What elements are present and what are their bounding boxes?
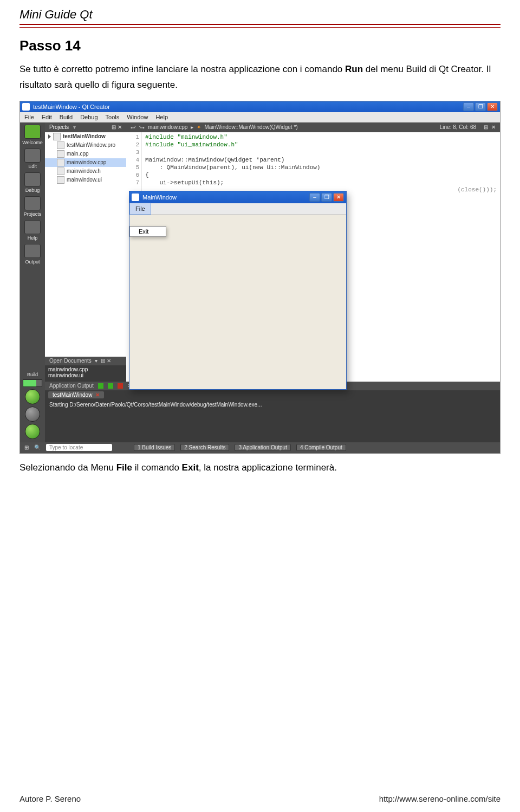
rerun-flag-icon[interactable]	[108, 383, 113, 389]
app-menu-item-exit[interactable]: Exit	[130, 227, 166, 236]
intro-paragraph: Se tutto è corretto potremo infine lanci…	[20, 62, 500, 93]
sidebar-build-block: Build	[22, 372, 43, 442]
editor-split-icon[interactable]: ⊞	[484, 124, 488, 130]
sidebar-edit[interactable]: Edit	[22, 149, 43, 169]
nav-fwd-icon[interactable]: ⮑	[139, 124, 145, 130]
run-button[interactable]	[25, 389, 40, 404]
panel-close-icon[interactable]: ⊞ ✕	[101, 358, 111, 364]
sidebar-debug[interactable]: Debug	[22, 172, 43, 193]
app-maximize-button[interactable]: ❐	[321, 193, 332, 202]
open-doc-item[interactable]: mainwindow.ui	[48, 372, 123, 378]
project-file-label: main.cpp	[67, 151, 89, 157]
run-flag-icon[interactable]	[98, 383, 103, 389]
sidebar-welcome[interactable]: Welcome	[22, 125, 43, 145]
sidebar-projects[interactable]: Projects	[22, 196, 43, 217]
output-icon	[24, 244, 41, 258]
ide-bottom-bar: ⊞ 🔍 Type to locate 1 Build Issues 2 Sear…	[20, 442, 500, 453]
header-rule	[20, 24, 500, 28]
close-icon[interactable]: ✕	[95, 392, 100, 398]
sidebar-build-label: Build	[27, 372, 38, 377]
project-file[interactable]: mainwindow.ui	[45, 176, 126, 184]
project-file-label: mainwindow.cpp	[67, 159, 106, 165]
stop-flag-icon[interactable]	[118, 383, 123, 389]
ide-menu-window[interactable]: Window	[127, 114, 148, 120]
open-documents-label[interactable]: Open Documents	[49, 358, 92, 364]
closing-bold-file: File	[116, 462, 132, 473]
bottom-tab-search-results[interactable]: 2 Search Results	[180, 444, 229, 451]
app-output-text: Starting D:/Sereno/Daten/Paolo/Qt/Corso/…	[45, 399, 500, 410]
wrench-icon: ✦	[197, 124, 201, 130]
editor-close-icon[interactable]: ✕	[491, 124, 496, 130]
ide-menu-edit[interactable]: Edit	[42, 114, 52, 120]
sidebar-label: Help	[28, 235, 38, 241]
open-doc-item[interactable]: mainwindow.cpp	[48, 366, 123, 372]
bottom-tab-compile-output[interactable]: 4 Compile Output	[296, 444, 346, 451]
file-icon	[57, 159, 64, 166]
file-icon	[57, 141, 64, 149]
editor-header: ⮐ ⮑ mainwindow.cpp ▸ ✦ MainWindow::MainW…	[126, 123, 500, 132]
closing-text-e: , la nostra applicazione terminerà.	[199, 462, 337, 473]
ide-menu-build[interactable]: Build	[60, 114, 73, 120]
chevron-down-icon[interactable]: ▾	[73, 124, 76, 130]
code-fragment-right: (close()));	[457, 186, 497, 193]
sidebar-label: Edit	[28, 164, 37, 169]
ide-close-button[interactable]: ✕	[487, 102, 498, 111]
doc-header-title: Mini Guide Qt	[20, 8, 500, 24]
project-file-label: mainwindow.ui	[67, 177, 102, 183]
app-client-area	[129, 215, 346, 389]
project-file-label: testMainWindow.pro	[67, 142, 115, 148]
app-minimize-button[interactable]: –	[309, 193, 320, 202]
ide-menu-file[interactable]: File	[24, 114, 34, 120]
debug-icon	[24, 172, 41, 186]
sidebar-output[interactable]: Output	[22, 244, 43, 265]
app-close-button[interactable]: ✕	[333, 193, 344, 202]
editor-crumb-symbol[interactable]: MainWindow::MainWindow(QWidget *)	[204, 124, 297, 130]
ide-titlebar: testMainWindow - Qt Creator – ❐ ✕	[20, 101, 500, 112]
bottom-tab-app-output[interactable]: 3 Application Output	[235, 444, 291, 451]
project-file-selected[interactable]: mainwindow.cpp	[45, 158, 126, 167]
ide-menubar: File Edit Build Debug Tools Window Help	[20, 112, 500, 123]
footer-url: http://www.sereno-online.com/site	[379, 794, 500, 803]
ide-maximize-button[interactable]: ❐	[475, 102, 486, 111]
edit-icon	[24, 149, 41, 163]
help-icon	[24, 220, 41, 234]
ide-minimize-button[interactable]: –	[463, 102, 474, 111]
build-button[interactable]	[25, 424, 40, 439]
project-file[interactable]: testMainWindow.pro	[45, 141, 126, 150]
ide-menu-help[interactable]: Help	[155, 114, 168, 120]
editor-status: Line: 8, Col: 68	[440, 124, 476, 130]
folder-icon	[53, 133, 61, 140]
project-root[interactable]: testMainWindow	[45, 132, 126, 141]
ide-window-title: testMainWindow - Qt Creator	[33, 104, 463, 110]
project-file[interactable]: main.cpp	[45, 150, 126, 158]
projects-panel-label[interactable]: Projects	[49, 124, 69, 130]
locator-input[interactable]: Type to locate	[46, 444, 112, 451]
qt-icon	[24, 125, 41, 139]
project-file[interactable]: mainwindow.h	[45, 167, 126, 176]
build-progress	[23, 379, 42, 387]
application-output-panel: Application Output ✕ testMainWindow✕ Sta…	[45, 382, 500, 442]
editor-crumb-file[interactable]: mainwindow.cpp	[148, 124, 187, 130]
nav-back-icon[interactable]: ⮐	[131, 124, 136, 130]
bottom-tab-build-issues[interactable]: 1 Build Issues	[134, 444, 175, 451]
ide-menu-debug[interactable]: Debug	[80, 114, 98, 120]
closing-paragraph: Selezionando da Menu File il comando Exi…	[20, 460, 500, 476]
footer-author: Autore P. Sereno	[20, 794, 81, 803]
sidebar-label: Welcome	[22, 140, 42, 145]
chevron-down-icon[interactable]: ▾	[95, 358, 98, 364]
locator-icon[interactable]: ⊞	[24, 444, 29, 450]
project-tree: testMainWindow testMainWindow.pro main.c…	[45, 132, 127, 357]
panel-split-icon[interactable]: ⊞ ✕	[112, 124, 122, 130]
projects-icon	[24, 196, 41, 210]
app-output-tab[interactable]: testMainWindow✕	[48, 391, 104, 398]
projects-panel-header: Projects ▾ ⊞ ✕	[45, 123, 126, 132]
sidebar-help[interactable]: Help	[22, 220, 43, 241]
closing-bold-exit: Exit	[182, 462, 199, 473]
ide-menu-tools[interactable]: Tools	[106, 114, 120, 120]
app-menu-file[interactable]: File	[129, 203, 151, 215]
app-titlebar: MainWindow – ❐ ✕	[129, 191, 346, 203]
step-heading: Passo 14	[20, 37, 500, 54]
app-output-tab-label: testMainWindow	[53, 392, 92, 398]
project-file-label: mainwindow.h	[67, 168, 101, 174]
run-debug-button[interactable]	[25, 407, 40, 422]
